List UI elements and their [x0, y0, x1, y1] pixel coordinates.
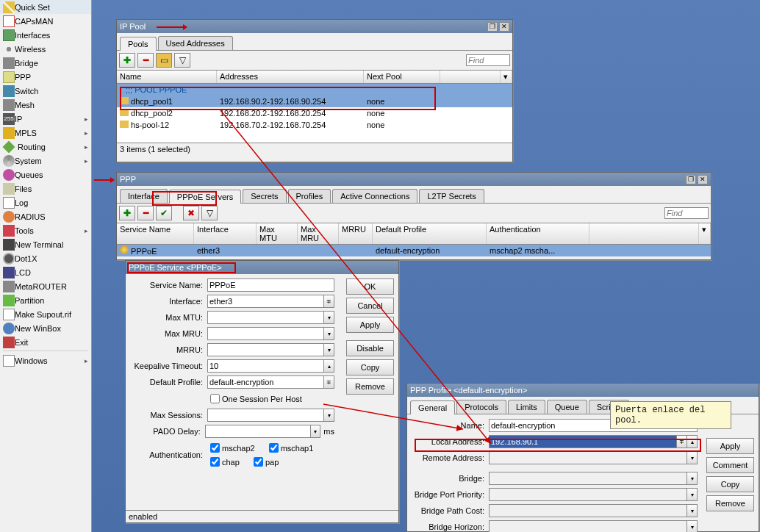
remove-button[interactable]: ━	[137, 206, 154, 220]
tab-interface[interactable]: Interface	[120, 189, 168, 203]
dropdown-icon[interactable]: ▾	[324, 343, 334, 356]
dropdown-icon[interactable]: ∓	[324, 295, 334, 308]
auth-mschap1-checkbox[interactable]: mschap1	[266, 441, 314, 455]
keepalive-input[interactable]	[207, 359, 324, 373]
pado-input[interactable]	[205, 425, 311, 438]
sidebar-item-ppp[interactable]: PPP	[0, 70, 91, 84]
find-input[interactable]	[466, 54, 510, 66]
dropdown-icon[interactable]: ▾	[687, 504, 698, 517]
col-menu-icon[interactable]: ▾	[699, 223, 711, 244]
sidebar-item-make-supout-rif[interactable]: Make Supout.rif	[0, 307, 91, 321]
dropdown-icon[interactable]: ▾	[687, 520, 698, 532]
restore-icon[interactable]: ❐	[487, 22, 498, 32]
dropdown-icon[interactable]: ▾	[324, 409, 334, 422]
sidebar-item-routing[interactable]: Routing▸	[0, 140, 91, 154]
col-menu-icon[interactable]: ▾	[501, 71, 512, 83]
interface-input[interactable]	[207, 295, 324, 308]
bridge-input[interactable]	[489, 472, 687, 485]
titlebar[interactable]: PPP Profile <default-encryption>	[407, 384, 759, 397]
copy-button[interactable]: Copy	[346, 359, 394, 375]
add-button[interactable]: ✚	[119, 53, 135, 68]
dropdown-icon[interactable]: ▾	[687, 488, 698, 501]
close-icon[interactable]: ✕	[499, 22, 509, 32]
remove-button[interactable]: ━	[137, 53, 154, 68]
col-defprofile[interactable]: Default Profile	[373, 223, 487, 244]
close-icon[interactable]: ✕	[698, 175, 708, 184]
bridge-port-priority-input[interactable]	[489, 488, 687, 501]
col-maxmru[interactable]: Max MRU	[298, 223, 339, 244]
sidebar-item-radius[interactable]: RADIUS	[0, 209, 91, 223]
col-maxmtu[interactable]: Max MTU	[257, 223, 298, 244]
one-session-checkbox[interactable]: One Session Per Host	[207, 392, 302, 406]
mrru-input[interactable]	[207, 343, 324, 356]
comment-button[interactable]: Comment	[706, 457, 754, 473]
filter-button[interactable]: ▽	[201, 206, 218, 220]
sidebar-item-partition[interactable]: Partition	[0, 293, 91, 307]
defprofile-input[interactable]	[207, 375, 324, 389]
col-auth[interactable]: Authentication	[487, 223, 589, 244]
auth-pap-checkbox[interactable]: pap	[251, 455, 279, 469]
table-row-comment[interactable]: ;;; POOL PPPOE	[117, 84, 512, 96]
col-name[interactable]: Name	[117, 71, 217, 83]
sidebar-item-exit[interactable]: Exit	[0, 335, 91, 349]
tab-active-connections[interactable]: Active Connections	[332, 189, 417, 203]
maxsess-input[interactable]	[207, 409, 324, 422]
sidebar-item-capsman[interactable]: CAPsMAN	[0, 14, 91, 28]
sidebar-item-bridge[interactable]: Bridge	[0, 56, 91, 70]
titlebar[interactable]: PPPoE Service <PPPoE>	[126, 261, 398, 274]
comment-button[interactable]: ▭	[156, 53, 172, 68]
apply-button[interactable]: Apply	[706, 438, 754, 454]
dropdown-icon[interactable]: ▾	[324, 311, 334, 324]
table-row[interactable]: hs-pool-12192.168.70.2-192.168.70.254non…	[117, 119, 512, 131]
tab-secrets[interactable]: Secrets	[243, 189, 286, 203]
collapse-icon[interactable]: ▴	[687, 435, 698, 448]
tab-pools[interactable]: Pools	[120, 37, 157, 51]
maxmru-input[interactable]	[207, 327, 324, 340]
disable-button[interactable]: Disable	[346, 340, 394, 356]
titlebar[interactable]: PPP ❐ ✕	[117, 173, 711, 186]
sidebar-item-new-terminal[interactable]: New Terminal	[0, 237, 91, 251]
tab-used-addresses[interactable]: Used Addresses	[158, 36, 233, 50]
col-service[interactable]: Service Name	[117, 223, 194, 244]
tab-general[interactable]: General	[410, 400, 455, 414]
sidebar-item-system[interactable]: System▸	[0, 154, 91, 168]
dropdown-icon[interactable]: ▾	[311, 425, 321, 438]
dropdown-icon[interactable]: ▾	[324, 327, 334, 340]
service-name-input[interactable]	[207, 278, 334, 292]
sidebar-item-ip[interactable]: 255IP▸	[0, 112, 91, 126]
tab-limits[interactable]: Limits	[508, 400, 545, 414]
sidebar-item-dot1x[interactable]: Dot1X	[0, 251, 91, 265]
restore-icon[interactable]: ❐	[686, 175, 696, 184]
tab-protocols[interactable]: Protocols	[456, 400, 506, 414]
sidebar-item-metarouter[interactable]: MetaROUTER	[0, 279, 91, 293]
sidebar-item-wireless[interactable]: Wireless	[0, 42, 91, 56]
apply-button[interactable]: Apply	[346, 317, 394, 333]
dropdown-icon[interactable]: ∓	[324, 375, 334, 389]
maxmtu-input[interactable]	[207, 311, 324, 324]
col-mrru[interactable]: MRRU	[339, 223, 373, 244]
col-addresses[interactable]: Addresses	[217, 71, 364, 83]
filter-button[interactable]: ▽	[174, 53, 190, 68]
sidebar-item-log[interactable]: Log	[0, 195, 91, 209]
sidebar-item-mesh[interactable]: Mesh	[0, 98, 91, 112]
dropdown-icon[interactable]: ∓	[677, 435, 687, 448]
sidebar-item-files[interactable]: Files	[0, 181, 91, 195]
col-next-pool[interactable]: Next Pool	[364, 71, 440, 83]
auth-mschap2-checkbox[interactable]: mschap2	[207, 441, 255, 455]
bridge-path-cost-input[interactable]	[489, 504, 687, 517]
sidebar-item-quick-set[interactable]: Quick Set	[0, 0, 91, 14]
auth-chap-checkbox[interactable]: chap	[207, 455, 240, 469]
remote-address-input[interactable]	[489, 451, 687, 464]
sidebar-item-lcd[interactable]: LCD	[0, 265, 91, 279]
table-row[interactable]: dhcp_pool2192.168.20.2-192.168.20.254non…	[117, 107, 512, 119]
local-address-input[interactable]	[489, 435, 677, 448]
sidebar-item-switch[interactable]: Switch	[0, 84, 91, 98]
table-row[interactable]: PPPoE ether3 default-encryption mschap2 …	[117, 245, 711, 256]
tab-profiles[interactable]: Profiles	[288, 189, 331, 203]
table-row[interactable]: dhcp_pool1192.168.90.2-192.168.90.254non…	[117, 96, 512, 107]
dropdown-icon[interactable]: ▾	[687, 451, 698, 464]
col-interface[interactable]: Interface	[194, 223, 257, 244]
copy-button[interactable]: Copy	[706, 476, 754, 492]
sidebar-item-mpls[interactable]: MPLS▸	[0, 126, 91, 140]
add-button[interactable]: ✚	[119, 206, 135, 220]
